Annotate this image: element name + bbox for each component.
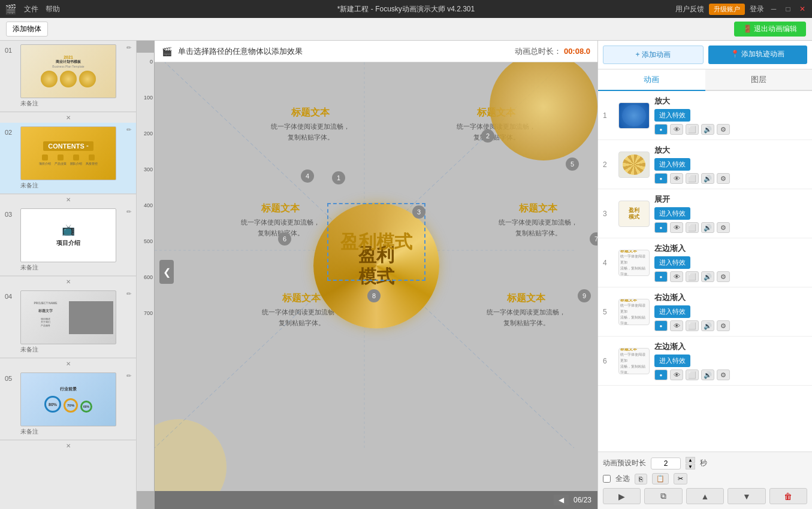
anim-enter-btn-6[interactable]: 进入特效 xyxy=(654,355,690,367)
anim-ctrl-sound-4[interactable]: 🔊 xyxy=(701,271,714,282)
node-badge-9[interactable]: 9 xyxy=(578,289,591,302)
upgrade-button[interactable]: 升级账户 xyxy=(709,4,745,15)
node-badge-7[interactable]: 7 xyxy=(590,232,597,246)
anim-ctrl-sound-1[interactable]: 🔊 xyxy=(701,124,714,135)
tab-layer[interactable]: 图层 xyxy=(705,69,813,91)
anim-ctrl-gear-6[interactable]: ⚙ xyxy=(717,369,730,380)
right-top-buttons: + 添加动画 📍 添加轨迹动画 xyxy=(598,41,812,69)
anim-ctrl-visible-4[interactable]: ● xyxy=(654,271,668,282)
prev-slide-button[interactable]: ◀ xyxy=(554,495,569,505)
spin-down[interactable]: ▼ xyxy=(686,463,695,469)
add-object-button[interactable]: 添加物体 xyxy=(6,22,48,37)
move-down-button[interactable]: ▼ xyxy=(728,488,765,504)
anim-ctrl-gear-5[interactable]: ⚙ xyxy=(717,320,730,331)
canvas-nav-arrow[interactable]: ❮ xyxy=(159,260,174,284)
slide-footer-1[interactable]: ✕ xyxy=(0,112,136,123)
anim-ctrl-screen-3[interactable]: ⬜ xyxy=(686,222,699,233)
deco-circle-topright xyxy=(490,53,597,160)
slide-item-4[interactable]: 04 PROJECT NAME标题文字项目概述关于我们产品服务 未备注 ✏ xyxy=(0,287,136,358)
anim-ctrl-visible-5[interactable]: ● xyxy=(654,320,668,331)
anim-row-2: 2 放大 进入特效 ● 👁 ⬜ 🔊 ⚙ xyxy=(598,140,812,189)
animation-list: 1 放大 进入特效 ● 👁 ⬜ 🔊 ⚙ xyxy=(598,91,812,452)
add-animation-button[interactable]: + 添加动画 xyxy=(603,46,704,64)
anim-enter-btn-4[interactable]: 进入特效 xyxy=(654,256,690,269)
add-track-button[interactable]: 📍 添加轨迹动画 xyxy=(708,46,808,64)
anim-ctrl-sound-6[interactable]: 🔊 xyxy=(701,369,714,380)
anim-enter-btn-5[interactable]: 进入特效 xyxy=(654,305,690,318)
paste-button[interactable]: 📋 xyxy=(652,473,669,484)
titlebar-left: 🎬 文件 帮助 xyxy=(5,4,60,15)
delete-selected-button[interactable]: ✂ xyxy=(674,473,687,484)
right-panel: + 添加动画 📍 添加轨迹动画 动画 图层 1 放大 进入特效 ● 👁 xyxy=(597,41,812,509)
anim-controls-5: ● 👁 ⬜ 🔊 ⚙ xyxy=(654,320,807,331)
spin-up[interactable]: ▲ xyxy=(686,457,695,463)
anim-ctrl-screen-1[interactable]: ⬜ xyxy=(686,124,699,135)
slide-item-2[interactable]: 02 CONTENTS " 项目介绍 产品业策 团队介绍 风投管控 未备注 xyxy=(0,123,136,194)
tab-animation[interactable]: 动画 xyxy=(598,69,705,91)
anim-ctrl-screen-6[interactable]: ⬜ xyxy=(686,369,699,380)
anim-info-3: 展开 进入特效 ● 👁 ⬜ 🔊 ⚙ xyxy=(654,194,807,233)
slide-item-5[interactable]: 05 行业前景 80% 70% 60% xyxy=(0,369,136,440)
delete-button[interactable]: 🗑 xyxy=(769,488,807,504)
anim-ctrl-sound-5[interactable]: 🔊 xyxy=(701,320,714,331)
slide-edit-icon-3[interactable]: ✏ xyxy=(126,208,131,215)
node-badge-6[interactable]: 6 xyxy=(278,232,291,246)
anim-ctrl-sound-2[interactable]: 🔊 xyxy=(701,173,714,184)
anim-ctrl-gear-1[interactable]: ⚙ xyxy=(717,124,730,135)
copy-button[interactable]: ⎘ xyxy=(635,474,647,484)
maximize-button[interactable]: □ xyxy=(783,4,793,14)
slide-edit-icon-5[interactable]: ✏ xyxy=(126,372,131,379)
node-badge-8[interactable]: 8 xyxy=(367,289,381,302)
copy-anim-button[interactable]: ⧉ xyxy=(644,488,682,504)
user-feedback-link[interactable]: 用户反馈 xyxy=(675,4,704,14)
anim-ctrl-eye-4[interactable]: 👁 xyxy=(670,271,683,282)
anim-ctrl-screen-5[interactable]: ⬜ xyxy=(686,320,699,331)
slide-footer-2[interactable]: ✕ xyxy=(0,194,136,205)
login-button[interactable]: 登录 xyxy=(750,4,764,14)
slide-footer-5[interactable]: ✕ xyxy=(0,440,136,451)
anim-ctrl-gear-4[interactable]: ⚙ xyxy=(717,271,730,282)
slide-item-3[interactable]: 03 📺 项目介绍 未备注 ✏ xyxy=(0,205,136,276)
slide-edit-icon-1[interactable]: ✏ xyxy=(126,44,131,51)
node-badge-1[interactable]: 1 xyxy=(332,171,345,184)
close-button[interactable]: ✕ xyxy=(798,4,807,14)
anim-ctrl-gear-3[interactable]: ⚙ xyxy=(717,222,730,233)
anim-ctrl-gear-2[interactable]: ⚙ xyxy=(717,173,730,184)
anim-enter-btn-3[interactable]: 进入特效 xyxy=(654,207,690,220)
select-all-checkbox[interactable] xyxy=(603,475,611,483)
exit-animation-button[interactable]: 🚪 退出动画编辑 xyxy=(734,22,806,37)
anim-ctrl-sound-3[interactable]: 🔊 xyxy=(701,222,714,233)
anim-enter-btn-2[interactable]: 进入特效 xyxy=(654,158,690,171)
anim-ctrl-eye-3[interactable]: 👁 xyxy=(670,222,683,233)
anim-ctrl-eye-1[interactable]: 👁 xyxy=(670,124,683,135)
menu-item-help[interactable]: 帮助 xyxy=(46,4,60,14)
anim-ctrl-screen-4[interactable]: ⬜ xyxy=(686,271,699,282)
node-badge-3[interactable]: 3 xyxy=(412,205,425,219)
slide-item-1[interactable]: 01 2021 商业计划书模板 Business Plan Template xyxy=(0,41,136,112)
canvas-content[interactable]: 盈利模式 盈利 模式 标题文本 统一字体使阅读更加流畅，复制粘贴字体。 标题文本… xyxy=(155,53,597,491)
anim-enter-btn-1[interactable]: 进入特效 xyxy=(654,109,690,122)
node-badge-2[interactable]: 2 xyxy=(481,129,494,143)
anim-ctrl-visible-2[interactable]: ● xyxy=(654,173,668,184)
center-circle[interactable]: 盈利模式 xyxy=(313,203,439,329)
play-button[interactable]: ▶ xyxy=(603,488,641,504)
anim-ctrl-eye-6[interactable]: 👁 xyxy=(670,369,683,380)
minimize-button[interactable]: ─ xyxy=(769,4,778,14)
anim-ctrl-visible-6[interactable]: ● xyxy=(654,369,668,380)
slide-edit-icon-2[interactable]: ✏ xyxy=(126,126,131,133)
anim-controls-2: ● 👁 ⬜ 🔊 ⚙ xyxy=(654,173,807,184)
node-badge-5[interactable]: 5 xyxy=(566,157,579,171)
anim-ctrl-visible-1[interactable]: ● xyxy=(654,124,668,135)
slide-footer-4[interactable]: ✕ xyxy=(0,358,136,369)
anim-ctrl-visible-3[interactable]: ● xyxy=(654,222,668,233)
move-up-button[interactable]: ▲ xyxy=(686,488,724,504)
anim-row-1: 1 放大 进入特效 ● 👁 ⬜ 🔊 ⚙ xyxy=(598,91,812,140)
anim-ctrl-eye-2[interactable]: 👁 xyxy=(670,173,683,184)
duration-input[interactable] xyxy=(651,458,681,469)
anim-ctrl-eye-5[interactable]: 👁 xyxy=(670,320,683,331)
node-badge-4[interactable]: 4 xyxy=(301,169,314,183)
anim-ctrl-screen-2[interactable]: ⬜ xyxy=(686,173,699,184)
menu-item-file[interactable]: 文件 xyxy=(24,4,38,14)
slide-edit-icon-4[interactable]: ✏ xyxy=(126,290,131,297)
slide-footer-3[interactable]: ✕ xyxy=(0,276,136,287)
